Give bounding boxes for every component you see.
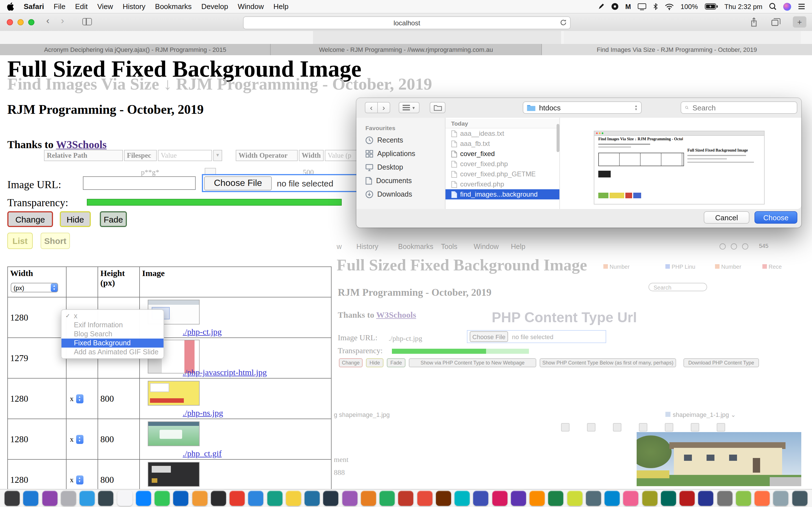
menubar-clock[interactable]: Thu 2:32 pm bbox=[724, 3, 762, 10]
sidebar-item-documents[interactable]: Documents bbox=[356, 174, 445, 187]
dock-icon[interactable] bbox=[136, 491, 151, 506]
tab-acronym-deciphering[interactable]: Acronym Deciphering via jQuery.ajax() - … bbox=[0, 44, 271, 55]
dock-icon[interactable] bbox=[323, 491, 339, 506]
dock-icon[interactable] bbox=[417, 491, 432, 506]
dock-icon[interactable] bbox=[248, 491, 264, 506]
dock-icon[interactable] bbox=[98, 491, 114, 506]
folder-select-popup[interactable]: htdocs ▲▼ bbox=[523, 101, 642, 114]
sidebar-item-desktop[interactable]: Desktop bbox=[356, 161, 445, 174]
dock-icon[interactable] bbox=[42, 491, 57, 506]
close-window-button[interactable] bbox=[7, 19, 13, 25]
list-button[interactable]: List bbox=[7, 233, 33, 249]
dock-icon[interactable] bbox=[792, 491, 807, 506]
dock-icon[interactable] bbox=[755, 491, 770, 506]
menu-item-exif-information[interactable]: Exif Information bbox=[61, 321, 163, 330]
sidebar-item-downloads[interactable]: Downloads bbox=[356, 187, 445, 201]
sidebar-item-recents[interactable]: Recents bbox=[356, 133, 445, 147]
dialog-back-button[interactable]: ‹ bbox=[365, 102, 378, 113]
short-button[interactable]: Short bbox=[41, 233, 70, 249]
reload-icon[interactable] bbox=[560, 19, 567, 26]
dock-icon[interactable] bbox=[4, 491, 20, 506]
view-options-button[interactable]: ▼ bbox=[399, 102, 419, 113]
menu-history[interactable]: History bbox=[123, 2, 146, 11]
dock-icon[interactable] bbox=[379, 491, 395, 506]
dock-icon[interactable] bbox=[529, 491, 545, 506]
file-item[interactable]: aaa_fb.txt bbox=[446, 138, 559, 149]
dock-icon[interactable] bbox=[154, 491, 170, 506]
bluetooth-icon[interactable] bbox=[653, 3, 658, 10]
dock-icon[interactable] bbox=[361, 491, 376, 506]
menu-bookmarks[interactable]: Bookmarks bbox=[155, 2, 192, 11]
dock-icon[interactable] bbox=[342, 491, 357, 506]
zoom-window-button[interactable] bbox=[28, 19, 35, 25]
image-link[interactable]: ./php-ns.jpg bbox=[183, 408, 223, 418]
file-item[interactable]: cover_fixed.php_GETME bbox=[446, 169, 559, 179]
dialog-forward-button[interactable]: › bbox=[377, 102, 390, 113]
dock-icon[interactable] bbox=[436, 491, 451, 506]
dock-icon[interactable] bbox=[61, 491, 76, 506]
select-stepper-icon[interactable]: ▲▼ bbox=[76, 475, 83, 484]
tab-find-images-via-size[interactable]: Find Images Via Size - RJM Programming -… bbox=[542, 44, 812, 55]
dock-icon[interactable] bbox=[173, 491, 189, 506]
dock-icon[interactable] bbox=[473, 491, 489, 506]
dock-icon[interactable] bbox=[642, 491, 657, 506]
menu-item-fixed-background[interactable]: Fixed Background bbox=[61, 339, 163, 348]
image-link[interactable]: ./php-javascript-html.jpg bbox=[183, 368, 267, 378]
transparency-slider[interactable] bbox=[87, 199, 342, 206]
minimize-window-button[interactable] bbox=[17, 19, 24, 25]
app-badge-icon[interactable] bbox=[611, 3, 619, 10]
image-thumbnail[interactable] bbox=[148, 462, 200, 487]
dock-icon[interactable] bbox=[623, 491, 639, 506]
battery-icon[interactable] bbox=[705, 3, 718, 10]
file-item[interactable]: coverfixed.php bbox=[446, 179, 559, 189]
new-tab-button[interactable]: + bbox=[793, 16, 806, 27]
apple-menu-icon[interactable] bbox=[7, 2, 14, 11]
dock-icon[interactable] bbox=[661, 491, 676, 506]
dock-icon[interactable] bbox=[455, 491, 470, 506]
tab-welcome-rjm[interactable]: Welcome - RJM Programming - //www.rjmpro… bbox=[271, 44, 542, 55]
share-icon[interactable] bbox=[750, 17, 758, 27]
image-link[interactable]: ./php-ct.jpg bbox=[183, 327, 221, 337]
menu-item-add-animated-gif[interactable]: Add as Animated GIF Slide bbox=[61, 348, 163, 356]
siri-icon[interactable] bbox=[783, 3, 791, 10]
new-folder-button[interactable] bbox=[430, 102, 446, 113]
file-item-selected[interactable]: find_images...background bbox=[446, 189, 559, 200]
menu-file[interactable]: File bbox=[54, 2, 65, 11]
file-item[interactable]: aaa__ideas.txt bbox=[446, 128, 559, 138]
dock-icon[interactable] bbox=[698, 491, 714, 506]
cancel-button[interactable]: Cancel bbox=[704, 211, 749, 224]
image-thumbnail[interactable] bbox=[148, 381, 200, 406]
tab-overview-icon[interactable] bbox=[771, 18, 780, 26]
address-bar[interactable]: localhost bbox=[243, 16, 571, 29]
menu-develop[interactable]: Develop bbox=[201, 2, 228, 11]
file-item[interactable]: cover_fixed.php bbox=[446, 159, 559, 169]
fade-button[interactable]: Fade bbox=[100, 211, 127, 227]
w3schools-link[interactable]: W3Schools bbox=[56, 138, 107, 151]
menu-help[interactable]: Help bbox=[273, 2, 289, 11]
dock-icon[interactable] bbox=[211, 491, 226, 506]
dock-icon[interactable] bbox=[511, 491, 526, 506]
forward-button[interactable]: › bbox=[61, 15, 64, 26]
display-mirroring-icon[interactable] bbox=[638, 3, 646, 10]
menu-item-blog-search[interactable]: Blog Search bbox=[61, 330, 163, 339]
dock-icon[interactable] bbox=[586, 491, 601, 506]
spotlight-icon[interactable] bbox=[769, 3, 776, 10]
sidebar-item-applications[interactable]: Applications bbox=[356, 147, 445, 161]
hide-button[interactable]: Hide bbox=[60, 211, 91, 227]
select-stepper-icon[interactable]: ▲▼ bbox=[76, 394, 83, 403]
dock-icon[interactable] bbox=[605, 491, 620, 506]
file-item[interactable]: cover_fixed bbox=[446, 149, 559, 159]
dock-icon[interactable] bbox=[192, 491, 207, 506]
px-unit-select[interactable]: (px) ▲▼ bbox=[11, 283, 58, 292]
image-link[interactable]: ./php_ct.gif bbox=[183, 449, 221, 459]
dock-icon[interactable] bbox=[267, 491, 282, 506]
dock-icon[interactable] bbox=[548, 491, 564, 506]
ink-status-icon[interactable] bbox=[598, 3, 605, 10]
dock-icon[interactable] bbox=[398, 491, 414, 506]
image-url-input[interactable] bbox=[83, 176, 196, 190]
notification-center-icon[interactable] bbox=[798, 3, 805, 10]
dock-icon[interactable] bbox=[117, 491, 132, 506]
dock-icon[interactable] bbox=[773, 491, 789, 506]
scrollbar[interactable] bbox=[557, 124, 559, 152]
wifi-icon[interactable] bbox=[665, 3, 674, 10]
